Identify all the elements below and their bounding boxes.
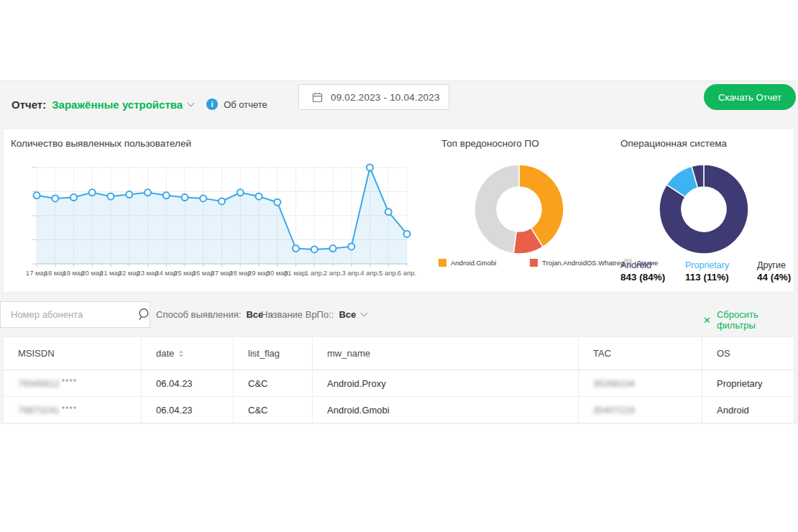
about-report-link[interactable]: i Об отчете	[206, 98, 267, 110]
infected-devices-table: MSISDNdatelist_flagmw_nameTACOS 79345612…	[3, 336, 794, 423]
os-stat-name: Другие	[757, 260, 791, 271]
about-report-label: Об отчете	[224, 99, 267, 110]
date-range-value: 09.02.2023 - 10.04.2023	[331, 92, 440, 103]
reset-filters-button[interactable]: ✕ Сбросить фильтры	[703, 309, 798, 331]
calendar-icon	[312, 92, 323, 103]
detection-method-dropdown[interactable]: Способ выявления: Все	[156, 309, 274, 320]
svg-text:4 апр.: 4 апр.	[360, 269, 379, 277]
chevron-down-icon	[361, 310, 368, 317]
cell-mw-name: Android.Gmobi	[313, 397, 579, 423]
legend-item: Trojan.AndroidOS.Whatreg	[530, 259, 624, 267]
legend-swatch	[530, 259, 538, 267]
cell-os: Android	[702, 397, 794, 423]
sort-icon[interactable]	[179, 350, 183, 357]
legend-swatch	[439, 259, 446, 267]
malware-name-value: Все	[339, 309, 356, 320]
cell-msisdn: 79345612****	[4, 370, 142, 397]
close-icon: ✕	[703, 315, 711, 326]
line-chart-title: Количество выявленных пользователей	[11, 138, 191, 149]
column-header-mw_name[interactable]: mw_name	[313, 337, 579, 370]
svg-text:31 мар.: 31 мар.	[284, 269, 308, 277]
os-stat-value: 113 (11%)	[685, 271, 729, 283]
os-donut-chart	[657, 162, 751, 256]
report-name: Заражённые устройства	[52, 98, 183, 111]
column-header-list_flag[interactable]: list_flag	[234, 337, 313, 370]
os-stat-value: 44 (4%)	[757, 271, 791, 283]
cell-date: 06.04.23	[142, 370, 234, 397]
cell-date: 06.04.23	[142, 397, 234, 423]
cell-list-flag: C&C	[234, 397, 313, 423]
legend-label: Android.Gmobi	[451, 259, 496, 267]
malware-donut-title: Топ вредоносного ПО	[441, 138, 539, 149]
os-stat: Другие 44 (4%)	[757, 260, 791, 283]
report-header-bar: Отчет: Заражённые устройства i Об отчете	[12, 81, 267, 128]
svg-text:6 апр.: 6 апр.	[398, 269, 416, 277]
column-header-os[interactable]: OS	[702, 337, 794, 370]
report-name-dropdown[interactable]: Заражённые устройства	[52, 98, 193, 111]
column-header-tac[interactable]: TAC	[579, 337, 702, 370]
os-stat: Proprietary 113 (11%)	[685, 260, 729, 283]
table-row[interactable]: 79345612**** 06.04.23 C&C Android.Proxy …	[4, 370, 794, 397]
legend-item: Android.Gmobi	[439, 259, 530, 267]
users-line-chart: 17 мар18 мар19 мар20 мар21 мар22 мар23 м…	[22, 159, 418, 288]
cell-tac: 35407219	[579, 397, 702, 423]
malware-name-dropdown[interactable]: Название ВрПо:: Все	[261, 309, 367, 320]
cell-list-flag: C&C	[234, 370, 313, 397]
report-label: Отчет:	[12, 98, 46, 111]
os-stat-value: 843 (84%)	[620, 271, 665, 283]
os-stat-name: Proprietary	[685, 260, 729, 271]
os-donut-stats: Android 843 (84%) Proprietary 113 (11%) …	[620, 260, 798, 288]
detection-method-label: Способ выявления:	[156, 309, 241, 320]
table-row[interactable]: 79873241**** 06.04.23 C&C Android.Gmobi …	[4, 397, 794, 423]
search-input[interactable]	[1, 302, 137, 327]
os-stat-name: Android	[620, 260, 665, 271]
table-body: 79345612**** 06.04.23 C&C Android.Proxy …	[4, 370, 794, 423]
svg-text:1 апр.: 1 апр.	[305, 269, 324, 277]
cell-mw-name: Android.Proxy	[313, 370, 579, 397]
os-donut-title: Операционная система	[620, 138, 727, 149]
table-header: MSISDNdatelist_flagmw_nameTACOS	[4, 337, 794, 370]
download-report-button[interactable]: Скачать Отчет	[704, 84, 796, 110]
cell-tac: 35268104	[579, 370, 702, 397]
charts-card: Количество выявленных пользователей 17 м…	[3, 128, 794, 293]
svg-text:3 апр.: 3 апр.	[342, 269, 361, 277]
os-stat: Android 843 (84%)	[620, 260, 665, 283]
reset-filters-label: Сбросить фильтры	[717, 309, 798, 331]
chevron-down-icon	[188, 99, 195, 106]
subscriber-number-search	[0, 301, 150, 328]
legend-label: Trojan.AndroidOS.Whatreg	[542, 259, 624, 267]
malware-name-label: Название ВрПо::	[261, 309, 334, 320]
malware-donut-chart	[472, 162, 566, 256]
info-icon: i	[206, 98, 218, 110]
cell-os: Proprietary	[702, 370, 794, 397]
svg-text:5 апр.: 5 апр.	[379, 269, 398, 277]
cell-msisdn: 79873241****	[4, 397, 142, 423]
svg-text:2 апр.: 2 апр.	[324, 269, 342, 277]
infected-devices-report-page: Отчет: Заражённые устройства i Об отчете…	[0, 0, 798, 532]
column-header-msisdn[interactable]: MSISDN	[4, 337, 142, 370]
column-header-date[interactable]: date	[142, 337, 234, 370]
date-range-picker[interactable]: 09.02.2023 - 10.04.2023	[298, 84, 449, 110]
search-icon[interactable]	[137, 308, 151, 321]
